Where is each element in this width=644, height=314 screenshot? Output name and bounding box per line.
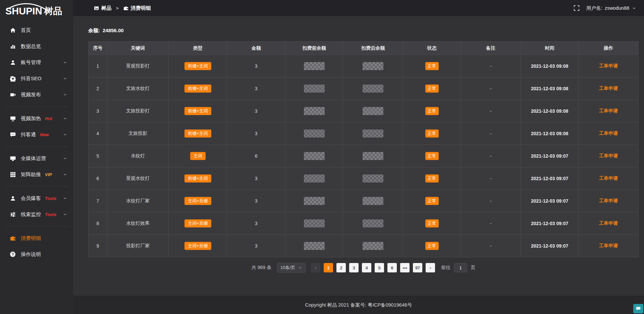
action-link[interactable]: 工单申请: [599, 108, 618, 113]
column-header: 状态: [403, 42, 461, 55]
amount-cell: 6: [255, 153, 258, 159]
sidebar-item-sliders[interactable]: 线索监控Tools: [0, 206, 73, 222]
breadcrumb-item[interactable]: 消费明细: [123, 5, 151, 11]
next-page-button[interactable]: ›: [426, 263, 435, 272]
sidebar-item-video[interactable]: 视频发布: [0, 87, 73, 103]
wallet-icon: [10, 235, 16, 241]
sidebar-item-label: 首页: [21, 27, 31, 34]
sidebar-item-user[interactable]: 账号管理: [0, 54, 73, 70]
type-badge: 前缀+主词: [184, 174, 211, 183]
sidebar-item-label: 视频加热: [21, 115, 41, 122]
sidebar-item-help[interactable]: ?操作说明: [0, 246, 73, 262]
more-pages-button[interactable]: •••: [400, 263, 410, 272]
table-cell: -: [461, 100, 521, 122]
table-cell: 工单申请: [579, 122, 639, 145]
sidebar-item-member[interactable]: 会员爆客Tools: [0, 190, 73, 206]
action-link[interactable]: 工单申请: [599, 175, 618, 181]
help-icon: ?: [10, 252, 16, 257]
action-link[interactable]: 工单申请: [599, 86, 618, 91]
column-header: 时间: [521, 42, 578, 55]
table-cell: 2021-12-03 09:08: [521, 77, 578, 100]
table-cell: 正常: [403, 100, 461, 122]
table-cell: 2021-12-03 09:08: [521, 100, 578, 122]
table-cell: 景观投影灯: [107, 55, 169, 77]
note-cell: -: [490, 108, 492, 114]
page-button-4[interactable]: 4: [362, 263, 371, 272]
chat-widget[interactable]: [633, 304, 643, 313]
sidebar-item-wallet[interactable]: 消费明细: [0, 230, 73, 246]
page-button-5[interactable]: 5: [375, 263, 384, 272]
table-cell: 2021-12-03 09:08: [521, 122, 578, 145]
table-cell: -: [461, 167, 521, 190]
table-cell: -: [461, 55, 521, 77]
table-cell: 前缀+主词: [169, 55, 227, 77]
page-size-value: 10条/页: [280, 265, 295, 271]
page-size-select[interactable]: 10条/页: [277, 263, 306, 273]
table-row: 6景观水纹灯前缀+主词3正常-2021-12-03 09:07工单申请: [89, 167, 639, 190]
row-index: 4: [96, 131, 99, 136]
action-link[interactable]: 工单申请: [599, 220, 618, 226]
masked-balance-after: [363, 197, 383, 205]
row-index: 1: [96, 63, 99, 69]
sidebar-item-chart[interactable]: 数据总览: [0, 38, 73, 54]
table-cell: 前缀+主词: [169, 77, 227, 100]
table-cell: -: [461, 145, 521, 167]
sidebar-item-chat[interactable]: 抖客通New: [0, 126, 73, 143]
breadcrumb-separator: >: [116, 6, 119, 11]
page-button-3[interactable]: 3: [349, 263, 359, 272]
sidebar-item-gear[interactable]: 抖音SEO: [0, 70, 73, 87]
table-cell: [343, 145, 403, 167]
action-link[interactable]: 工单申请: [599, 153, 618, 158]
user-menu[interactable]: 用户名: zswodun88: [586, 5, 636, 11]
monitor-icon: [10, 156, 16, 161]
chevron-down-icon: [63, 60, 67, 64]
prev-page-button[interactable]: ‹: [311, 263, 320, 272]
action-link[interactable]: 工单申请: [599, 63, 618, 68]
page-buttons: 123456•••97: [324, 263, 422, 272]
breadcrumb-item[interactable]: 树品: [94, 5, 111, 11]
breadcrumb-label: 树品: [101, 5, 111, 11]
table-cell: [285, 145, 343, 167]
table-cell: 主词+后缀: [169, 212, 227, 235]
sidebar-item-home[interactable]: 首页: [0, 22, 73, 38]
page-button-2[interactable]: 2: [336, 263, 346, 272]
column-header: 金额: [227, 42, 285, 55]
action-link[interactable]: 工单申请: [599, 130, 618, 136]
amount-cell: 3: [255, 198, 258, 204]
type-badge: 主词+后缀: [184, 219, 211, 228]
keyword-cell: 水纹灯: [131, 153, 145, 158]
table-header-row: 序号关键词类型金额扣费前余额扣费后余额状态备注时间操作: [89, 42, 639, 55]
sidebar-item-monitor[interactable]: 全媒体运营: [0, 150, 73, 166]
action-link[interactable]: 工单申请: [599, 243, 618, 248]
table-cell: [343, 235, 403, 257]
table-cell: 9: [89, 235, 107, 257]
action-link[interactable]: 工单申请: [599, 198, 618, 203]
sidebar-item-label: 消费明细: [21, 235, 41, 242]
page-button-1[interactable]: 1: [324, 263, 333, 272]
page-button-6[interactable]: 6: [387, 263, 397, 272]
goto-page-input[interactable]: [454, 263, 467, 272]
table-cell: 工单申请: [579, 235, 639, 257]
keyword-cell: 水纹灯效果: [126, 220, 150, 226]
amount-cell: 3: [255, 86, 258, 91]
sidebar-divider: [5, 226, 68, 226]
table-cell: 工单申请: [579, 212, 639, 235]
member-icon: [10, 196, 16, 201]
page-button-97[interactable]: 97: [413, 263, 422, 272]
table-cell: 投影灯厂家: [107, 235, 169, 257]
sidebar-item-grid[interactable]: 矩阵助推VIP: [0, 166, 73, 182]
status-badge: 正常: [425, 197, 439, 205]
masked-balance-after: [363, 85, 383, 93]
sidebar-item-label: 抖音SEO: [21, 75, 42, 82]
table-cell: 水纹灯厂家: [107, 190, 169, 212]
table-cell: [285, 100, 343, 122]
sidebar-item-display[interactable]: 视频加热Hot: [0, 110, 73, 126]
table-cell: 工单申请: [579, 190, 639, 212]
fullscreen-icon[interactable]: [574, 5, 580, 11]
keyword-cell: 文旅水纹灯: [126, 86, 150, 91]
masked-balance-after: [363, 174, 383, 182]
chevron-down-icon: [63, 133, 67, 137]
table-cell: 3: [227, 212, 285, 235]
table-cell: 3: [227, 190, 285, 212]
table-cell: 水纹灯: [107, 145, 169, 167]
